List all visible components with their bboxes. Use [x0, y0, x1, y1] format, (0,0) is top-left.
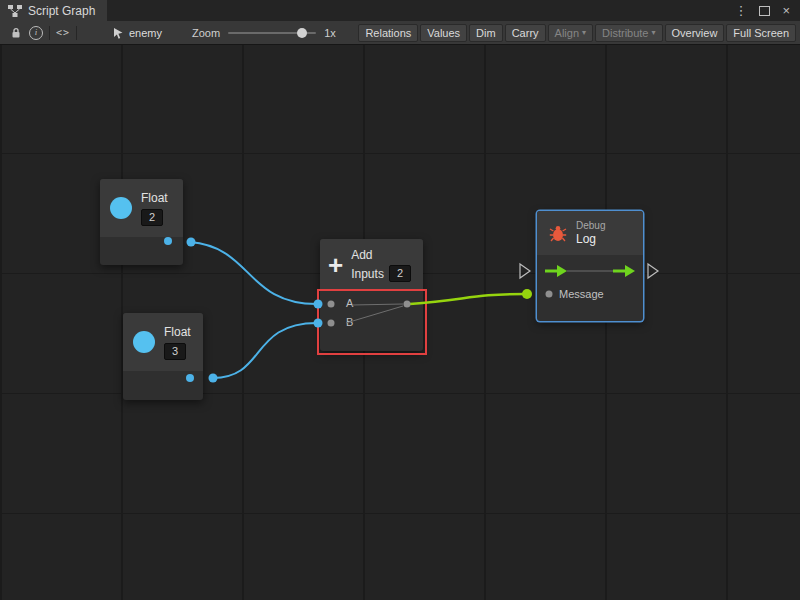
- node-title: Float: [141, 191, 168, 205]
- graph-toolbar: i <> enemy Zoom 1x Relations Values Dim …: [0, 21, 800, 45]
- zoom-slider[interactable]: [228, 32, 316, 34]
- distribute-button: Distribute▾: [595, 24, 662, 42]
- float-value-field[interactable]: 3: [164, 343, 186, 360]
- bug-icon: [549, 225, 567, 242]
- float-icon: [110, 197, 132, 219]
- code-icon[interactable]: <>: [53, 21, 73, 44]
- tab-script-graph[interactable]: Script Graph: [0, 0, 107, 21]
- overview-button[interactable]: Overview: [665, 24, 725, 42]
- script-graph-icon: [8, 5, 22, 17]
- toolbar-buttons: Relations Values Dim Carry Align▾ Distri…: [358, 21, 798, 44]
- graph-breadcrumb[interactable]: enemy: [112, 27, 162, 39]
- node-header: + Add Inputs 2: [320, 239, 423, 291]
- node-header: Float 2: [100, 179, 183, 237]
- message-port-label: Message: [559, 288, 604, 300]
- node-title: Add: [351, 248, 411, 262]
- node-category: Debug: [576, 220, 605, 231]
- full-screen-button[interactable]: Full Screen: [726, 24, 796, 42]
- plus-icon: +: [328, 252, 343, 278]
- relations-button[interactable]: Relations: [358, 24, 418, 42]
- carry-button[interactable]: Carry: [505, 24, 546, 42]
- info-icon[interactable]: i: [26, 21, 46, 44]
- zoom-value: 1x: [324, 27, 336, 39]
- script-graph-window: Script Graph ⋮ × i <> enemy: [0, 0, 800, 600]
- wire-add-to-message[interactable]: [410, 294, 526, 304]
- tab-bar: Script Graph ⋮ ×: [0, 0, 800, 21]
- flow-input-triangle[interactable]: [520, 264, 530, 278]
- toolbar-separator: [49, 26, 50, 40]
- toolbar-separator: [76, 26, 77, 40]
- values-button[interactable]: Values: [420, 24, 467, 42]
- wire-terminal[interactable]: [522, 289, 532, 299]
- lock-icon[interactable]: [6, 21, 26, 44]
- node-title: Float: [164, 325, 191, 339]
- inputs-count-field[interactable]: 2: [389, 265, 411, 282]
- flow-output-triangle[interactable]: [648, 264, 658, 278]
- chevron-down-icon: ▾: [652, 28, 656, 37]
- node-debug-log[interactable]: Debug Log Message: [537, 211, 643, 321]
- zoom-label: Zoom: [192, 27, 220, 39]
- float-value-field[interactable]: 2: [141, 209, 163, 226]
- window-controls: ⋮ ×: [734, 0, 800, 21]
- maximize-icon[interactable]: [759, 6, 770, 16]
- align-button: Align▾: [548, 24, 593, 42]
- dim-button[interactable]: Dim: [469, 24, 503, 42]
- node-float-2[interactable]: Float 3: [123, 313, 203, 400]
- node-header: Float 3: [123, 313, 203, 371]
- float-icon: [133, 331, 155, 353]
- graph-canvas[interactable]: Float 2 Float 3 + Add In: [0, 45, 800, 600]
- close-icon[interactable]: ×: [782, 4, 790, 17]
- node-header: Debug Log: [537, 211, 643, 255]
- zoom-control: Zoom 1x: [192, 27, 336, 39]
- tab-title: Script Graph: [28, 4, 95, 18]
- kebab-menu-icon[interactable]: ⋮: [734, 4, 747, 17]
- node-float-1[interactable]: Float 2: [100, 179, 183, 265]
- inputs-label: Inputs: [351, 267, 384, 281]
- node-title: Log: [576, 232, 605, 246]
- wire-terminal[interactable]: [187, 238, 196, 247]
- selection-rect-red: [317, 289, 427, 355]
- pointer-icon: [112, 27, 124, 39]
- zoom-slider-handle[interactable]: [297, 28, 307, 38]
- wire-float1-to-a[interactable]: [190, 242, 317, 304]
- wire-terminal[interactable]: [209, 374, 218, 383]
- chevron-down-icon: ▾: [582, 28, 586, 37]
- wire-float2-to-b[interactable]: [213, 323, 317, 378]
- graph-name: enemy: [129, 27, 162, 39]
